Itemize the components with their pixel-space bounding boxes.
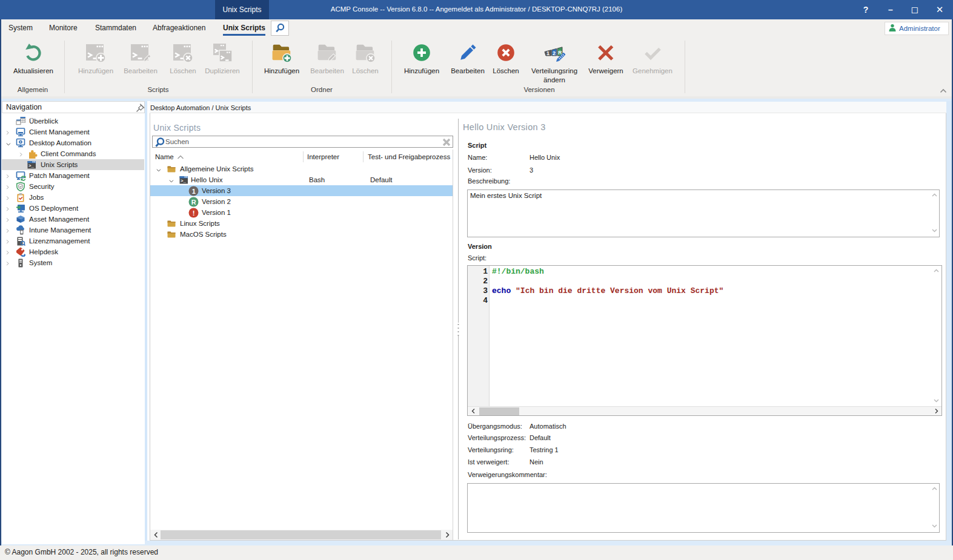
svg-text:R: R: [558, 50, 562, 56]
svg-text:1: 1: [192, 188, 196, 195]
svg-text:R: R: [191, 199, 196, 206]
svg-text:1: 1: [546, 50, 550, 56]
svg-text:2: 2: [553, 50, 556, 56]
svg-text:!: !: [193, 209, 195, 217]
